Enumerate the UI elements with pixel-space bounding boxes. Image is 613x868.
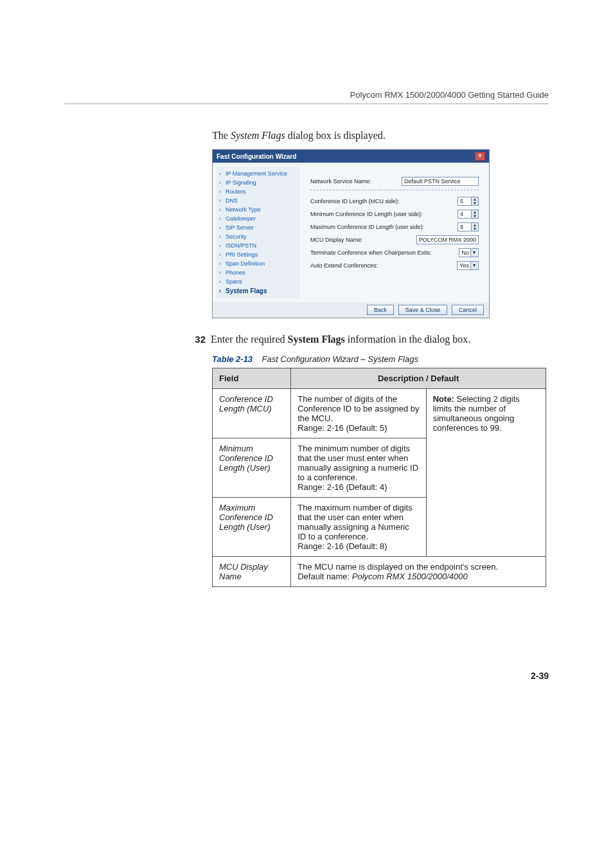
sidebar-item[interactable]: Security bbox=[219, 232, 298, 241]
spinner-buttons-icon[interactable]: ▲▼ bbox=[472, 210, 479, 219]
step-text-bold: System Flags bbox=[288, 334, 345, 345]
max-conf-id-label: Maximum Conference ID Length (user side)… bbox=[310, 224, 458, 230]
service-name-label: Network Service Name: bbox=[310, 178, 402, 185]
min-conf-id-label: Minimum Conference ID Length (user side)… bbox=[310, 211, 458, 217]
mcu-name-label: MCU Display Name: bbox=[310, 237, 416, 243]
table-caption-lead: Table 2-13 bbox=[212, 354, 253, 364]
sidebar-item[interactable]: Network Type bbox=[219, 205, 298, 214]
intro-text: The System Flags dialog box is displayed… bbox=[212, 130, 549, 141]
dialog-sidebar: IP Management Service IP Signaling Route… bbox=[217, 167, 300, 298]
conf-id-len-spinner[interactable]: 5▲▼ bbox=[458, 197, 479, 206]
step-text-pre: Enter the required bbox=[211, 334, 288, 345]
sidebar-item[interactable]: DNS bbox=[219, 196, 298, 205]
note-cell: Note: Selecting 2 digits limits the numb… bbox=[426, 389, 546, 557]
row1-desc: The minimum number of digits that the us… bbox=[291, 439, 427, 498]
dialog-titlebar: Fast Configuration Wizard × bbox=[213, 150, 489, 163]
autoextend-select[interactable]: Yes bbox=[457, 261, 479, 270]
autoextend-label: Auto Extend Conferences: bbox=[310, 262, 457, 269]
min-conf-id-spinner[interactable]: 4▲▼ bbox=[458, 210, 479, 219]
spinner-buttons-icon[interactable]: ▲▼ bbox=[472, 222, 479, 231]
row0-field: Conference ID Length (MCU) bbox=[213, 389, 291, 439]
th-field: Field bbox=[213, 368, 291, 389]
note-bold: Note: bbox=[433, 394, 454, 404]
step-text-post: information in the dialog box. bbox=[345, 334, 471, 345]
dialog-title: Fast Configuration Wizard bbox=[217, 153, 296, 160]
row1-field: Minimum Conference ID Length (User) bbox=[213, 439, 291, 498]
row3-field: MCU Display Name bbox=[213, 557, 291, 587]
sidebar-item[interactable]: PRI Settings bbox=[219, 250, 298, 259]
row3-desc: The MCU name is displayed on the endpoin… bbox=[291, 557, 546, 587]
step-32: 32 Enter the required System Flags infor… bbox=[190, 334, 549, 345]
intro-em: System Flags bbox=[231, 130, 285, 141]
sidebar-item[interactable]: ISDN/PSTN bbox=[219, 241, 298, 250]
row2-field: Maximum Conference ID Length (User) bbox=[213, 498, 291, 557]
mcu-name-input[interactable]: POLYCOM RMX 2000 bbox=[416, 235, 479, 244]
system-flags-table: Field Description / Default Conference I… bbox=[212, 368, 546, 587]
sidebar-item[interactable]: Routers bbox=[219, 187, 298, 196]
table-caption-tail: Fast Configuration Wizard – System Flags bbox=[262, 354, 418, 364]
th-desc: Description / Default bbox=[291, 368, 546, 389]
page-header-meta: Polycom RMX 1500/2000/4000 Getting Start… bbox=[64, 90, 549, 100]
step-number: 32 bbox=[190, 334, 206, 345]
sidebar-item[interactable]: SIP Server bbox=[219, 223, 298, 232]
header-rule bbox=[64, 104, 549, 104]
terminate-select[interactable]: No bbox=[459, 248, 479, 257]
dialog-footer: Back Save & Close Cancel bbox=[213, 302, 489, 318]
save-close-button[interactable]: Save & Close bbox=[398, 305, 448, 315]
close-icon[interactable]: × bbox=[475, 152, 485, 161]
conf-id-len-label: Conference ID Length (MCU side): bbox=[310, 198, 458, 204]
row2-desc: The maximum number of digits that the us… bbox=[291, 498, 427, 557]
page-number: 2-39 bbox=[212, 671, 549, 681]
sidebar-item[interactable]: IP Management Service bbox=[219, 169, 298, 178]
sidebar-item[interactable]: Spans bbox=[219, 277, 298, 286]
dialog-main: Network Service Name: Default PSTN Servi… bbox=[300, 167, 485, 298]
cancel-button[interactable]: Cancel bbox=[452, 305, 484, 315]
sidebar-item[interactable]: IP Signaling bbox=[219, 178, 298, 187]
sidebar-item[interactable]: Gatekeeper bbox=[219, 214, 298, 223]
wizard-dialog: Fast Configuration Wizard × IP Managemen… bbox=[212, 149, 490, 318]
max-conf-id-spinner[interactable]: 8▲▼ bbox=[458, 222, 479, 231]
service-name-input[interactable]: Default PSTN Service bbox=[402, 177, 479, 186]
row0-desc: The number of digits of the Conference I… bbox=[291, 389, 427, 439]
terminate-label: Terminate Conference when Chairperson Ex… bbox=[310, 249, 459, 256]
back-button[interactable]: Back bbox=[367, 305, 394, 315]
intro-pre: The bbox=[212, 130, 231, 141]
table-caption: Table 2-13 Fast Configuration Wizard – S… bbox=[212, 354, 549, 364]
sidebar-item[interactable]: Span Definition bbox=[219, 259, 298, 268]
spinner-buttons-icon[interactable]: ▲▼ bbox=[472, 197, 479, 206]
sidebar-item-selected[interactable]: System Flags bbox=[219, 286, 298, 296]
intro-post: dialog box is displayed. bbox=[285, 130, 386, 141]
sidebar-item[interactable]: Phones bbox=[219, 268, 298, 277]
